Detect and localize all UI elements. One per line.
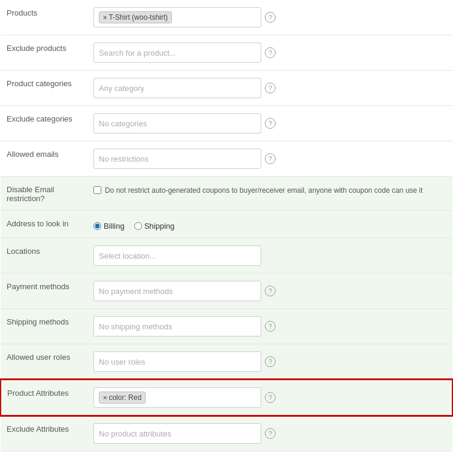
radio-billing[interactable] xyxy=(93,222,101,230)
field-address-to-look-in: BillingShipping xyxy=(93,211,452,238)
field-row-products: × T-Shirt (woo-tshirt)? xyxy=(93,7,446,28)
field-row-product-categories: Any category? xyxy=(93,78,446,98)
label-exclude-attributes: Exclude Attributes xyxy=(1,416,93,451)
field-allowed-emails: No restrictions? xyxy=(93,141,452,177)
checkbox-label-disable-email: Do not restrict auto-generated coupons t… xyxy=(105,185,422,196)
row-products: Products× T-Shirt (woo-tshirt)? xyxy=(1,0,452,35)
tag-remove-product-attributes[interactable]: × xyxy=(103,394,107,401)
radio-label-shipping: Shipping xyxy=(144,222,175,231)
checkbox-disable-email[interactable] xyxy=(93,186,101,194)
placeholder-exclude-categories: No categories xyxy=(99,119,147,128)
help-icon-products[interactable]: ? xyxy=(265,12,276,23)
help-icon-exclude-products[interactable]: ? xyxy=(265,47,276,58)
field-row-allowed-emails: No restrictions? xyxy=(93,148,446,169)
placeholder-locations: Select location... xyxy=(99,251,156,260)
placeholder-allowed-user-roles: No user roles xyxy=(99,357,145,366)
row-disable-email: Disable Email restriction?Do not restric… xyxy=(1,177,452,211)
row-payment-methods: Payment methodsNo payment methods? xyxy=(1,274,452,309)
select-product-categories[interactable]: Any category xyxy=(93,78,261,98)
row-exclude-products: Exclude productsSearch for a product...? xyxy=(1,35,452,71)
row-shipping-methods: Shipping methodsNo shipping methods? xyxy=(1,309,452,344)
field-row-exclude-products: Search for a product...? xyxy=(93,43,446,63)
placeholder-exclude-products: Search for a product... xyxy=(99,48,176,57)
label-products: Products xyxy=(1,0,93,35)
label-exclude-products: Exclude products xyxy=(1,35,93,71)
select-products[interactable]: × T-Shirt (woo-tshirt) xyxy=(93,7,261,28)
field-row-locations: Select location... xyxy=(93,245,446,266)
placeholder-shipping-methods: No shipping methods xyxy=(99,322,172,331)
field-allowed-user-roles: No user roles? xyxy=(93,344,452,380)
placeholder-product-categories: Any category xyxy=(99,84,144,93)
tag-remove-products[interactable]: × xyxy=(103,14,107,21)
label-allowed-emails: Allowed emails xyxy=(1,141,93,177)
field-product-categories: Any category? xyxy=(93,71,452,106)
select-shipping-methods[interactable]: No shipping methods xyxy=(93,316,261,336)
field-row-exclude-attributes: No product attributes? xyxy=(93,423,446,444)
field-exclude-categories: No categories? xyxy=(93,106,452,141)
label-exclude-categories: Exclude categories xyxy=(1,106,93,141)
radio-shipping[interactable] xyxy=(134,222,142,230)
select-payment-methods[interactable]: No payment methods xyxy=(93,281,261,301)
field-exclude-attributes: No product attributes? xyxy=(93,416,452,451)
coupon-form: Products× T-Shirt (woo-tshirt)?Exclude p… xyxy=(0,0,453,451)
select-allowed-emails[interactable]: No restrictions xyxy=(93,148,261,169)
select-exclude-categories[interactable]: No categories xyxy=(93,113,261,134)
placeholder-payment-methods: No payment methods xyxy=(99,287,173,296)
placeholder-allowed-emails: No restrictions xyxy=(99,154,149,163)
row-product-attributes: Product Attributes× color: Red? xyxy=(1,380,452,416)
checkbox-row-disable-email: Do not restrict auto-generated coupons t… xyxy=(93,184,446,196)
field-products: × T-Shirt (woo-tshirt)? xyxy=(93,0,452,35)
field-row-allowed-user-roles: No user roles? xyxy=(93,351,446,372)
help-icon-payment-methods[interactable]: ? xyxy=(265,286,276,296)
row-allowed-user-roles: Allowed user rolesNo user roles? xyxy=(1,344,452,380)
row-allowed-emails: Allowed emailsNo restrictions? xyxy=(1,141,452,177)
help-icon-shipping-methods[interactable]: ? xyxy=(265,321,276,332)
select-exclude-products[interactable]: Search for a product... xyxy=(93,43,261,63)
field-shipping-methods: No shipping methods? xyxy=(93,309,452,344)
radio-option-billing[interactable]: Billing xyxy=(93,222,125,231)
label-allowed-user-roles: Allowed user roles xyxy=(1,344,93,380)
placeholder-exclude-attributes: No product attributes xyxy=(99,429,171,438)
field-disable-email: Do not restrict auto-generated coupons t… xyxy=(93,177,452,211)
radio-option-shipping[interactable]: Shipping xyxy=(134,222,175,231)
label-shipping-methods: Shipping methods xyxy=(1,309,93,344)
label-locations: Locations xyxy=(1,238,93,274)
help-icon-allowed-emails[interactable]: ? xyxy=(265,153,276,164)
field-row-product-attributes: × color: Red? xyxy=(93,387,446,408)
select-allowed-user-roles[interactable]: No user roles xyxy=(93,351,261,372)
field-row-payment-methods: No payment methods? xyxy=(93,281,446,301)
label-payment-methods: Payment methods xyxy=(1,274,93,309)
row-exclude-categories: Exclude categoriesNo categories? xyxy=(1,106,452,141)
select-product-attributes[interactable]: × color: Red xyxy=(93,387,261,408)
help-icon-allowed-user-roles[interactable]: ? xyxy=(265,356,276,367)
radio-row-address-to-look-in: BillingShipping xyxy=(93,218,446,231)
label-address-to-look-in: Address to look in xyxy=(1,211,93,238)
label-product-categories: Product categories xyxy=(1,71,93,106)
select-locations[interactable]: Select location... xyxy=(93,245,261,266)
help-icon-exclude-attributes[interactable]: ? xyxy=(265,428,276,439)
field-row-shipping-methods: No shipping methods? xyxy=(93,316,446,336)
tag-products[interactable]: × T-Shirt (woo-tshirt) xyxy=(99,11,172,23)
field-payment-methods: No payment methods? xyxy=(93,274,452,309)
field-product-attributes: × color: Red? xyxy=(93,380,452,416)
field-exclude-products: Search for a product...? xyxy=(93,35,452,71)
row-address-to-look-in: Address to look inBillingShipping xyxy=(1,211,452,238)
help-icon-product-attributes[interactable]: ? xyxy=(265,392,276,403)
radio-label-billing: Billing xyxy=(104,222,125,231)
field-locations: Select location... xyxy=(93,238,452,274)
row-exclude-attributes: Exclude AttributesNo product attributes? xyxy=(1,416,452,451)
tag-label-products: T-Shirt (woo-tshirt) xyxy=(108,13,168,22)
help-icon-exclude-categories[interactable]: ? xyxy=(265,118,276,129)
field-row-exclude-categories: No categories? xyxy=(93,113,446,134)
label-disable-email: Disable Email restriction? xyxy=(1,177,93,211)
tag-label-product-attributes: color: Red xyxy=(108,393,141,402)
select-exclude-attributes[interactable]: No product attributes xyxy=(93,423,261,444)
row-product-categories: Product categoriesAny category? xyxy=(1,71,452,106)
label-product-attributes: Product Attributes xyxy=(1,380,93,416)
help-icon-product-categories[interactable]: ? xyxy=(265,83,276,93)
row-locations: LocationsSelect location... xyxy=(1,238,452,274)
tag-product-attributes[interactable]: × color: Red xyxy=(99,392,146,404)
